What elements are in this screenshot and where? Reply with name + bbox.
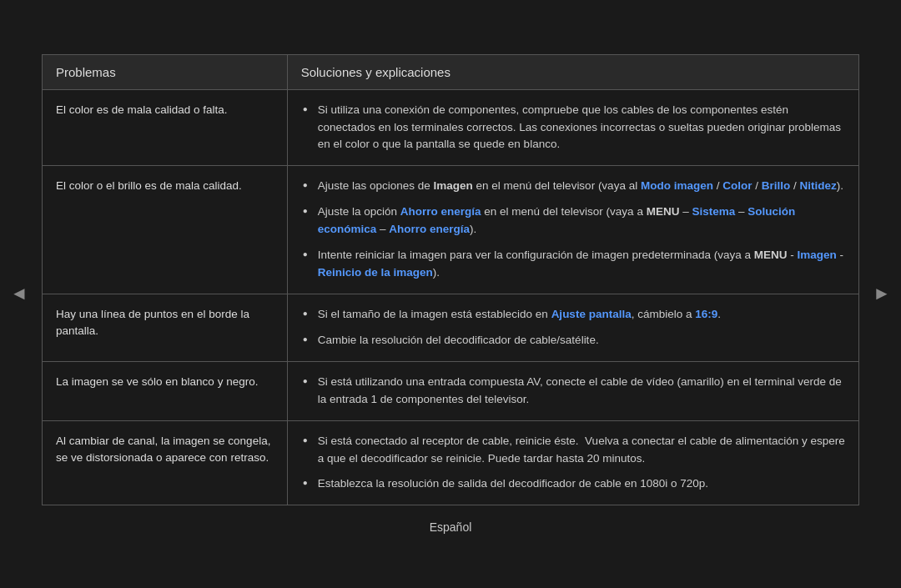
table-row: La imagen se ve sólo en blanco y negro. … <box>43 361 859 420</box>
nav-arrow-left[interactable]: ◄ <box>7 273 32 314</box>
nav-arrow-right[interactable]: ► <box>869 273 894 314</box>
list-item: Si utiliza una conexión de componentes, … <box>301 102 845 154</box>
table-row: El color o el brillo es de mala calidad.… <box>43 166 859 294</box>
problem-cell: Hay una línea de puntos en el borde la p… <box>43 294 288 361</box>
problem-cell: La imagen se ve sólo en blanco y negro. <box>43 361 288 420</box>
list-item: Si está utilizando una entrada compuesta… <box>301 374 845 409</box>
table-row: El color es de mala calidad o falta. Si … <box>43 89 859 166</box>
list-item: Ajuste la opción Ahorro energía en el me… <box>301 204 845 239</box>
problem-cell: El color o el brillo es de mala calidad. <box>43 166 288 294</box>
list-item: Establezca la resolución de salida del d… <box>301 475 845 493</box>
page-wrapper: ◄ ► Problemas Soluciones y explicaciones… <box>42 54 859 535</box>
solution-cell: Si está utilizando una entrada compuesta… <box>287 361 858 420</box>
table-row: Hay una línea de puntos en el borde la p… <box>43 294 859 361</box>
list-item: Cambie la resolución del decodificador d… <box>301 332 845 349</box>
list-item: Si el tamaño de la imagen está estableci… <box>301 306 845 324</box>
problem-cell: Al cambiar de canal, la imagen se congel… <box>43 420 288 505</box>
problem-cell: El color es de mala calidad o falta. <box>43 89 288 166</box>
table-row: Al cambiar de canal, la imagen se congel… <box>43 420 859 505</box>
list-item: Intente reiniciar la imagen para ver la … <box>301 247 845 282</box>
solution-cell: Si utiliza una conexión de componentes, … <box>287 89 858 166</box>
list-item: Ajuste las opciones de Imagen en el menú… <box>301 178 845 195</box>
solution-cell: Si está conectado al receptor de cable, … <box>287 420 858 505</box>
footer-language: Español <box>42 520 859 534</box>
solution-cell: Si el tamaño de la imagen está estableci… <box>287 294 858 361</box>
troubleshoot-table: Problemas Soluciones y explicaciones El … <box>42 54 859 506</box>
col-header-problems: Problemas <box>43 54 288 89</box>
list-item: Si está conectado al receptor de cable, … <box>301 433 845 468</box>
col-header-solutions: Soluciones y explicaciones <box>287 54 858 89</box>
solution-cell: Ajuste las opciones de Imagen en el menú… <box>287 166 858 294</box>
